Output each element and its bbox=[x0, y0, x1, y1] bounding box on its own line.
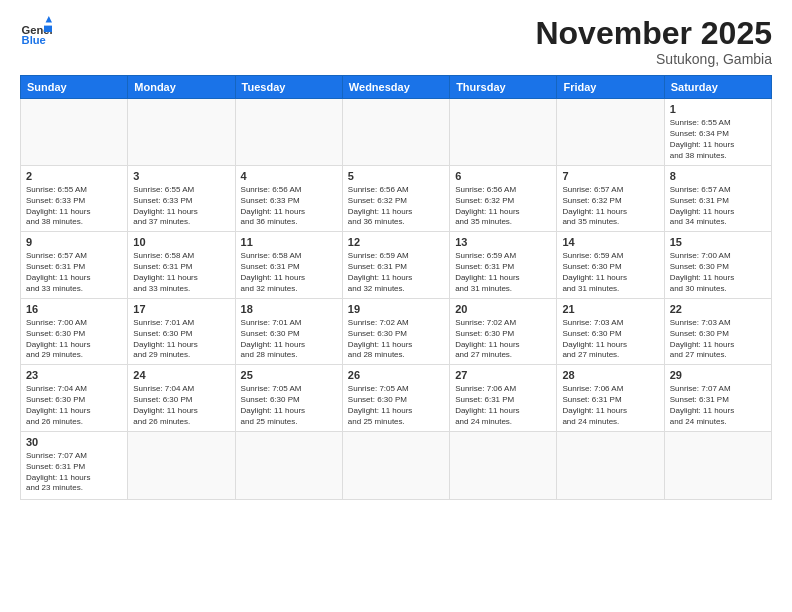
day-number: 27 bbox=[455, 368, 551, 382]
day-info: Sunrise: 7:01 AM Sunset: 6:30 PM Dayligh… bbox=[241, 318, 337, 361]
calendar-cell bbox=[128, 99, 235, 165]
calendar-cell bbox=[235, 431, 342, 499]
calendar-cell: 13Sunrise: 6:59 AM Sunset: 6:31 PM Dayli… bbox=[450, 232, 557, 298]
svg-marker-2 bbox=[46, 16, 52, 22]
day-number: 26 bbox=[348, 368, 444, 382]
day-info: Sunrise: 7:04 AM Sunset: 6:30 PM Dayligh… bbox=[26, 384, 122, 427]
day-info: Sunrise: 6:58 AM Sunset: 6:31 PM Dayligh… bbox=[133, 251, 229, 294]
day-info: Sunrise: 7:00 AM Sunset: 6:30 PM Dayligh… bbox=[26, 318, 122, 361]
day-info: Sunrise: 6:59 AM Sunset: 6:31 PM Dayligh… bbox=[455, 251, 551, 294]
day-number: 11 bbox=[241, 235, 337, 249]
calendar-cell bbox=[664, 431, 771, 499]
day-number: 6 bbox=[455, 169, 551, 183]
day-info: Sunrise: 6:59 AM Sunset: 6:31 PM Dayligh… bbox=[348, 251, 444, 294]
page-header: General Blue November 2025 Sutukong, Gam… bbox=[20, 16, 772, 67]
day-number: 14 bbox=[562, 235, 658, 249]
calendar-cell: 29Sunrise: 7:07 AM Sunset: 6:31 PM Dayli… bbox=[664, 365, 771, 431]
calendar-cell: 8Sunrise: 6:57 AM Sunset: 6:31 PM Daylig… bbox=[664, 165, 771, 231]
day-number: 3 bbox=[133, 169, 229, 183]
day-info: Sunrise: 7:07 AM Sunset: 6:31 PM Dayligh… bbox=[670, 384, 766, 427]
calendar-cell bbox=[557, 431, 664, 499]
day-number: 20 bbox=[455, 302, 551, 316]
calendar-cell: 6Sunrise: 6:56 AM Sunset: 6:32 PM Daylig… bbox=[450, 165, 557, 231]
calendar-cell: 18Sunrise: 7:01 AM Sunset: 6:30 PM Dayli… bbox=[235, 298, 342, 364]
day-number: 15 bbox=[670, 235, 766, 249]
calendar-cell bbox=[128, 431, 235, 499]
calendar-cell: 16Sunrise: 7:00 AM Sunset: 6:30 PM Dayli… bbox=[21, 298, 128, 364]
calendar-cell: 1Sunrise: 6:55 AM Sunset: 6:34 PM Daylig… bbox=[664, 99, 771, 165]
day-info: Sunrise: 7:00 AM Sunset: 6:30 PM Dayligh… bbox=[670, 251, 766, 294]
calendar-cell: 22Sunrise: 7:03 AM Sunset: 6:30 PM Dayli… bbox=[664, 298, 771, 364]
day-header-monday: Monday bbox=[128, 76, 235, 99]
calendar-cell: 21Sunrise: 7:03 AM Sunset: 6:30 PM Dayli… bbox=[557, 298, 664, 364]
day-info: Sunrise: 6:55 AM Sunset: 6:33 PM Dayligh… bbox=[133, 185, 229, 228]
calendar-cell: 3Sunrise: 6:55 AM Sunset: 6:33 PM Daylig… bbox=[128, 165, 235, 231]
day-info: Sunrise: 7:05 AM Sunset: 6:30 PM Dayligh… bbox=[348, 384, 444, 427]
day-number: 17 bbox=[133, 302, 229, 316]
calendar-table: SundayMondayTuesdayWednesdayThursdayFrid… bbox=[20, 75, 772, 499]
calendar-cell bbox=[342, 431, 449, 499]
calendar-cell: 14Sunrise: 6:59 AM Sunset: 6:30 PM Dayli… bbox=[557, 232, 664, 298]
calendar-cell bbox=[450, 99, 557, 165]
day-number: 1 bbox=[670, 102, 766, 116]
day-info: Sunrise: 7:01 AM Sunset: 6:30 PM Dayligh… bbox=[133, 318, 229, 361]
day-header-friday: Friday bbox=[557, 76, 664, 99]
calendar-cell bbox=[235, 99, 342, 165]
calendar-cell: 4Sunrise: 6:56 AM Sunset: 6:33 PM Daylig… bbox=[235, 165, 342, 231]
day-number: 18 bbox=[241, 302, 337, 316]
calendar-cell bbox=[21, 99, 128, 165]
day-info: Sunrise: 6:56 AM Sunset: 6:32 PM Dayligh… bbox=[455, 185, 551, 228]
day-number: 16 bbox=[26, 302, 122, 316]
calendar-cell: 10Sunrise: 6:58 AM Sunset: 6:31 PM Dayli… bbox=[128, 232, 235, 298]
day-info: Sunrise: 7:07 AM Sunset: 6:31 PM Dayligh… bbox=[26, 451, 122, 494]
day-info: Sunrise: 7:05 AM Sunset: 6:30 PM Dayligh… bbox=[241, 384, 337, 427]
day-info: Sunrise: 6:59 AM Sunset: 6:30 PM Dayligh… bbox=[562, 251, 658, 294]
calendar-cell: 11Sunrise: 6:58 AM Sunset: 6:31 PM Dayli… bbox=[235, 232, 342, 298]
day-number: 23 bbox=[26, 368, 122, 382]
day-info: Sunrise: 7:02 AM Sunset: 6:30 PM Dayligh… bbox=[348, 318, 444, 361]
calendar-cell: 2Sunrise: 6:55 AM Sunset: 6:33 PM Daylig… bbox=[21, 165, 128, 231]
calendar-cell: 15Sunrise: 7:00 AM Sunset: 6:30 PM Dayli… bbox=[664, 232, 771, 298]
day-number: 30 bbox=[26, 435, 122, 449]
day-info: Sunrise: 6:56 AM Sunset: 6:32 PM Dayligh… bbox=[348, 185, 444, 228]
calendar-cell: 19Sunrise: 7:02 AM Sunset: 6:30 PM Dayli… bbox=[342, 298, 449, 364]
calendar-cell: 30Sunrise: 7:07 AM Sunset: 6:31 PM Dayli… bbox=[21, 431, 128, 499]
day-number: 13 bbox=[455, 235, 551, 249]
calendar-cell bbox=[342, 99, 449, 165]
calendar-cell: 17Sunrise: 7:01 AM Sunset: 6:30 PM Dayli… bbox=[128, 298, 235, 364]
day-number: 12 bbox=[348, 235, 444, 249]
day-header-thursday: Thursday bbox=[450, 76, 557, 99]
day-info: Sunrise: 6:55 AM Sunset: 6:33 PM Dayligh… bbox=[26, 185, 122, 228]
calendar-cell: 5Sunrise: 6:56 AM Sunset: 6:32 PM Daylig… bbox=[342, 165, 449, 231]
day-number: 4 bbox=[241, 169, 337, 183]
day-info: Sunrise: 7:03 AM Sunset: 6:30 PM Dayligh… bbox=[670, 318, 766, 361]
day-number: 7 bbox=[562, 169, 658, 183]
calendar-cell: 28Sunrise: 7:06 AM Sunset: 6:31 PM Dayli… bbox=[557, 365, 664, 431]
month-title: November 2025 bbox=[535, 16, 772, 51]
calendar-cell: 23Sunrise: 7:04 AM Sunset: 6:30 PM Dayli… bbox=[21, 365, 128, 431]
day-number: 9 bbox=[26, 235, 122, 249]
day-number: 21 bbox=[562, 302, 658, 316]
day-number: 29 bbox=[670, 368, 766, 382]
day-number: 28 bbox=[562, 368, 658, 382]
day-info: Sunrise: 7:06 AM Sunset: 6:31 PM Dayligh… bbox=[562, 384, 658, 427]
day-header-saturday: Saturday bbox=[664, 76, 771, 99]
calendar-cell: 24Sunrise: 7:04 AM Sunset: 6:30 PM Dayli… bbox=[128, 365, 235, 431]
day-number: 2 bbox=[26, 169, 122, 183]
day-header-tuesday: Tuesday bbox=[235, 76, 342, 99]
calendar-cell: 25Sunrise: 7:05 AM Sunset: 6:30 PM Dayli… bbox=[235, 365, 342, 431]
calendar-cell bbox=[557, 99, 664, 165]
svg-marker-3 bbox=[44, 26, 52, 32]
day-header-wednesday: Wednesday bbox=[342, 76, 449, 99]
calendar-header-row: SundayMondayTuesdayWednesdayThursdayFrid… bbox=[21, 76, 772, 99]
calendar-cell: 26Sunrise: 7:05 AM Sunset: 6:30 PM Dayli… bbox=[342, 365, 449, 431]
day-number: 25 bbox=[241, 368, 337, 382]
logo-icon: General Blue bbox=[20, 16, 52, 48]
calendar-cell: 27Sunrise: 7:06 AM Sunset: 6:31 PM Dayli… bbox=[450, 365, 557, 431]
calendar-cell: 9Sunrise: 6:57 AM Sunset: 6:31 PM Daylig… bbox=[21, 232, 128, 298]
day-info: Sunrise: 7:04 AM Sunset: 6:30 PM Dayligh… bbox=[133, 384, 229, 427]
day-info: Sunrise: 7:03 AM Sunset: 6:30 PM Dayligh… bbox=[562, 318, 658, 361]
calendar-cell: 20Sunrise: 7:02 AM Sunset: 6:30 PM Dayli… bbox=[450, 298, 557, 364]
day-number: 19 bbox=[348, 302, 444, 316]
day-info: Sunrise: 6:57 AM Sunset: 6:31 PM Dayligh… bbox=[26, 251, 122, 294]
